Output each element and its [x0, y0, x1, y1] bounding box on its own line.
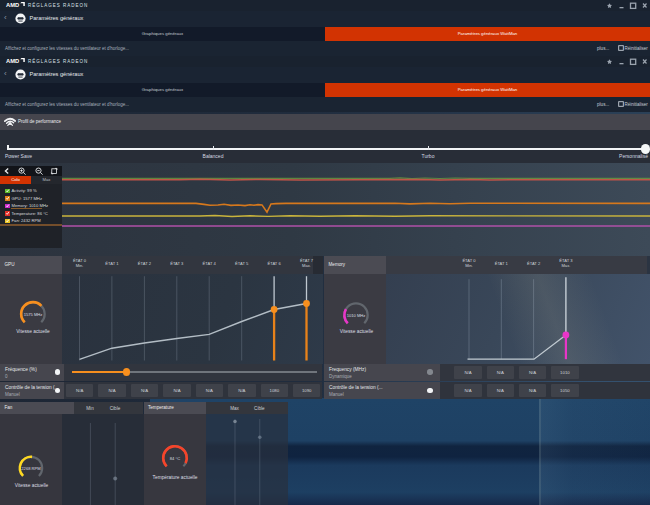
- svg-text:1575 MHz: 1575 MHz: [24, 311, 43, 316]
- svg-text:2268 RPM: 2268 RPM: [22, 466, 42, 471]
- svg-text:84 °C: 84 °C: [169, 456, 179, 461]
- svg-text:1010 MHz: 1010 MHz: [347, 312, 366, 317]
